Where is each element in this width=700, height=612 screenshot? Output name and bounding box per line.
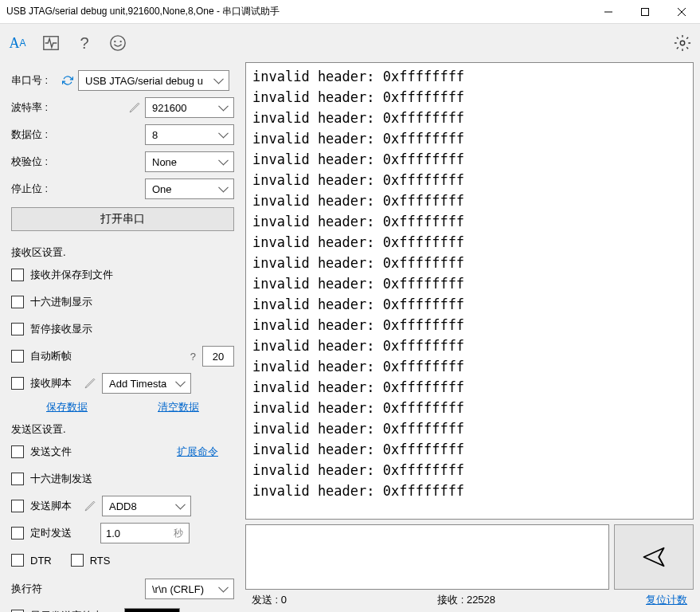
- reset-count-link[interactable]: 复位计数: [646, 593, 687, 607]
- recv-count: 接收 : 22528: [437, 593, 495, 607]
- refresh-icon[interactable]: [62, 75, 73, 86]
- send-script-label: 发送脚本: [30, 499, 78, 513]
- databits-label: 数据位 :: [11, 128, 57, 142]
- stopbits-select[interactable]: One: [145, 178, 234, 199]
- parity-select[interactable]: None: [145, 151, 234, 172]
- baud-label: 波特率 :: [11, 100, 57, 115]
- send-input[interactable]: [245, 524, 609, 590]
- auto-break-label: 自动断帧: [30, 349, 184, 363]
- sidebar: 串口号 : USB JTAG/serial debug u 波特率 : 9216…: [0, 62, 245, 612]
- send-file-checkbox[interactable]: [11, 445, 24, 458]
- newline-select[interactable]: \r\n (CRLF): [145, 579, 234, 599]
- send-icon: [642, 545, 666, 569]
- toolbar: AA ?: [0, 24, 700, 62]
- send-script-select[interactable]: ADD8: [102, 496, 191, 516]
- recv-pause-label: 暂停接收显示: [30, 322, 234, 336]
- send-hex-label: 十六进制发送: [30, 472, 234, 486]
- recv-hex-label: 十六进制显示: [30, 295, 234, 309]
- send-script-checkbox[interactable]: [11, 500, 24, 512]
- color-picker[interactable]: [124, 608, 180, 612]
- save-data-link[interactable]: 保存数据: [46, 400, 88, 414]
- svg-point-5: [111, 36, 125, 50]
- rts-checkbox[interactable]: [71, 554, 84, 567]
- send-button[interactable]: [614, 524, 694, 590]
- titlebar: USB JTAG/serial debug unit,921600,None,8…: [0, 0, 700, 24]
- timed-send-unit: 秒: [174, 527, 183, 540]
- parity-label: 校验位 :: [11, 155, 57, 169]
- auto-break-input[interactable]: [202, 346, 234, 367]
- ext-cmd-link[interactable]: 扩展命令: [177, 445, 218, 459]
- send-file-label: 发送文件: [30, 445, 170, 459]
- timed-send-label: 定时发送: [30, 526, 94, 540]
- show-send-label: 显示发送字符串: [30, 609, 118, 612]
- statusbar: 发送 : 0 接收 : 22528 复位计数: [245, 590, 694, 607]
- recv-script-select[interactable]: Add Timesta: [102, 373, 191, 394]
- svg-point-6: [115, 41, 115, 42]
- timed-send-checkbox[interactable]: [11, 527, 24, 539]
- maximize-button[interactable]: [627, 0, 663, 24]
- dtr-label: DTR: [30, 555, 52, 567]
- terminal-output[interactable]: invalid header: 0xffffffff invalid heade…: [245, 62, 694, 520]
- recv-script-checkbox[interactable]: [11, 377, 24, 390]
- recv-script-label: 接收脚本: [30, 376, 78, 390]
- recv-save-label: 接收并保存到文件: [30, 268, 234, 282]
- help-icon[interactable]: ?: [75, 33, 94, 53]
- open-port-button[interactable]: 打开串口: [11, 207, 234, 231]
- recv-hex-checkbox[interactable]: [11, 296, 24, 308]
- rts-label: RTS: [90, 555, 111, 567]
- edit-icon[interactable]: [84, 500, 96, 512]
- send-hex-checkbox[interactable]: [11, 473, 24, 485]
- auto-break-checkbox[interactable]: [11, 350, 24, 363]
- svg-point-7: [120, 41, 121, 42]
- auto-break-help-icon[interactable]: ?: [190, 351, 196, 363]
- close-button[interactable]: [663, 0, 700, 24]
- window-title: USB JTAG/serial debug unit,921600,None,8…: [6, 5, 590, 18]
- svg-rect-1: [642, 8, 649, 15]
- baud-select[interactable]: 921600: [145, 97, 234, 118]
- newline-label: 换行符: [11, 582, 57, 596]
- port-select[interactable]: USB JTAG/serial debug u: [78, 70, 229, 91]
- dtr-checkbox[interactable]: [11, 554, 24, 567]
- port-label: 串口号 :: [11, 73, 57, 88]
- sent-count: 发送 : 0: [252, 593, 287, 607]
- send-section-title: 发送区设置.: [11, 422, 234, 437]
- svg-point-8: [680, 41, 685, 45]
- content-area: invalid header: 0xffffffff invalid heade…: [245, 62, 700, 612]
- recv-save-checkbox[interactable]: [11, 269, 24, 281]
- smiley-icon[interactable]: [108, 33, 127, 53]
- clear-data-link[interactable]: 清空数据: [158, 400, 199, 414]
- recv-pause-checkbox[interactable]: [11, 323, 24, 335]
- edit-icon[interactable]: [129, 102, 140, 113]
- databits-select[interactable]: 8: [145, 124, 234, 145]
- edit-icon[interactable]: [84, 378, 96, 389]
- recv-section-title: 接收区设置.: [11, 245, 234, 260]
- waveform-icon[interactable]: [41, 33, 61, 53]
- minimize-button[interactable]: [590, 0, 627, 24]
- stopbits-label: 停止位 :: [11, 182, 57, 196]
- font-icon[interactable]: AA: [8, 33, 27, 53]
- gear-icon[interactable]: [673, 33, 692, 53]
